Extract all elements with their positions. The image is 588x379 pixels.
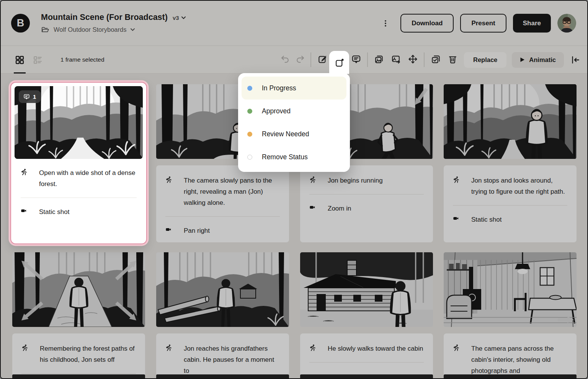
comment-bubble-icon	[23, 93, 30, 100]
status-menu-anchor[interactable]	[329, 51, 349, 74]
status-dot-icon	[247, 86, 252, 91]
shot-text: Static shot	[39, 206, 69, 217]
status-dot-icon	[247, 109, 252, 114]
action-icon	[21, 168, 28, 176]
status-menu-label: Review Needed	[262, 130, 309, 138]
status-menu-label: In Progress	[262, 84, 296, 92]
status-menu-item-approved[interactable]: Approved	[242, 100, 346, 123]
frame-image[interactable]: 1	[15, 86, 143, 159]
status-menu-item-review-needed[interactable]: Review Needed	[242, 123, 346, 145]
status-menu-label: Approved	[262, 107, 291, 115]
storyboard-app: B Mountain Scene (For Broadcast) v3 Wolf…	[0, 0, 588, 379]
comment-count-badge[interactable]: 1	[19, 90, 41, 103]
status-menu-item-remove-status[interactable]: Remove Status	[242, 145, 346, 168]
action-text: Open with a wide shot of a dense forest.	[39, 167, 137, 190]
status-menu-item-in-progress[interactable]: In Progress	[242, 77, 346, 100]
action-row: Open with a wide shot of a dense forest.	[21, 167, 137, 190]
status-icon	[335, 58, 344, 67]
status-menu: In ProgressApprovedReview NeededRemove S…	[238, 73, 350, 172]
status-dot-icon	[247, 132, 252, 137]
status-dot-icon	[247, 155, 252, 160]
shot-row: Static shot	[21, 206, 137, 217]
storyboard-frame-selected[interactable]: 1Open with a wide shot of a dense forest…	[10, 82, 147, 244]
comment-count: 1	[33, 93, 36, 100]
camera-icon	[21, 207, 27, 214]
row-divider	[21, 198, 137, 198]
status-menu-label: Remove Status	[262, 153, 308, 161]
